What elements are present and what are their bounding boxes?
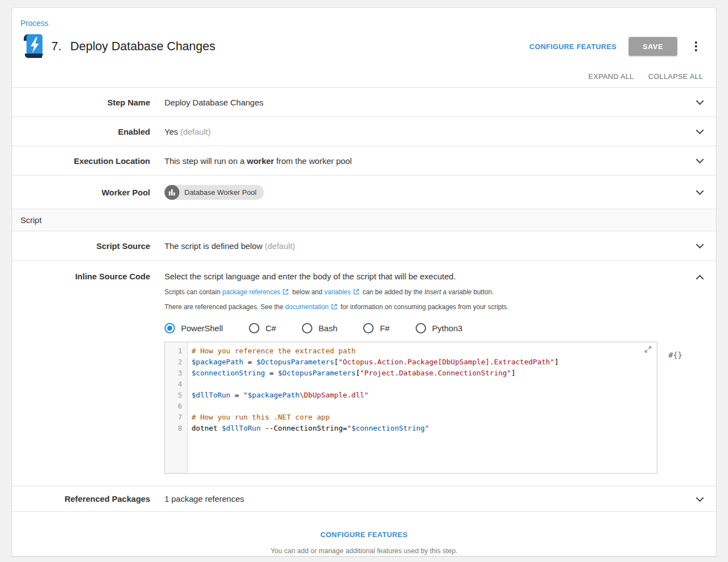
step-number: 7. [51,39,61,54]
field-label: Step Name [12,98,164,107]
code-line: $packagePath = $OctopusParameters["Octop… [192,357,657,368]
editor-block: 12345678 # How you reference the extract… [164,342,684,474]
code-line: # How you run this .NET core app [192,412,657,423]
row-referenced-packages[interactable]: Referenced Packages 1 package references [12,486,716,511]
fullscreen-icon[interactable] [644,346,652,353]
default-hint: (default) [265,241,295,251]
language-radio-bash[interactable]: Bash [302,323,337,333]
configure-features-footer-link[interactable]: CONFIGURE FEATURES [12,531,716,539]
line-number: 6 [165,401,182,412]
code-line: $dllToRun = "$packagePath\DbUpSample.dll… [192,390,657,401]
note-line: Scripts can contain package references b… [164,288,684,296]
chevron-down-icon[interactable] [696,97,704,105]
field-label: Execution Location [12,156,164,166]
line-number: 8 [165,423,182,434]
overflow-menu-icon[interactable] [689,40,703,53]
external-link-icon [353,289,359,295]
radio-label: C# [265,324,276,333]
code-line: $connectionString = $OctopusParameters["… [192,368,657,379]
page-title: Deploy Database Changes [70,39,215,54]
note-line: There are referenced packages. See the d… [164,303,684,311]
section-header-script: Script [12,209,716,231]
row-inline-source-code: Inline Source Code Select the script lan… [12,260,716,486]
chevron-down-icon[interactable] [696,241,704,248]
code-line: dotnet $dllToRun --ConnectionString="$co… [192,423,657,434]
worker-pool-chip: Database Worker Pool [164,185,264,200]
row-step-name[interactable]: Step Name Deploy Database Changes [12,87,716,116]
radio-unselected-icon[interactable] [416,323,426,333]
code-line [192,379,657,390]
chevron-down-icon[interactable] [696,126,704,134]
inline-source-intro: Select the script language and enter the… [164,272,684,281]
collapse-all-button[interactable]: COLLAPSE ALL [649,72,703,81]
line-number: 4 [165,379,182,390]
field-label: Enabled [12,127,164,136]
title-row: 7. Deploy Database Changes CONFIGURE FEA… [20,33,703,60]
field-label: Inline Source Code [12,272,164,281]
header-actions: CONFIGURE FEATURES SAVE [529,37,703,56]
language-radio-c[interactable]: C# [249,323,276,333]
line-number: 5 [165,390,182,401]
code-editor[interactable]: 12345678 # How you reference the extract… [164,342,657,474]
editor-gutter: 12345678 [165,342,188,473]
chevron-up-icon[interactable] [696,275,704,283]
editor-code[interactable]: # How you reference the extracted path$p… [188,342,657,473]
field-value: This step will run on a worker from the … [164,156,684,166]
radio-label: F# [380,324,390,333]
line-number: 7 [165,412,182,423]
external-link-icon [283,289,289,295]
inline-link[interactable]: package references [222,288,280,296]
field-label: Referenced Packages [12,494,164,503]
language-radio-python3[interactable]: Python3 [416,323,463,333]
inline-link[interactable]: documentation [285,303,329,311]
worker-pool-chip-label: Database Worker Pool [184,188,257,197]
field-label: Script Source [12,241,164,251]
radio-label: Python3 [432,324,463,333]
field-value: The script is defined below (default) [164,241,684,251]
row-enabled[interactable]: Enabled Yes (default) [12,116,716,146]
script-step-icon [23,34,46,59]
chevron-down-icon[interactable] [696,494,704,501]
save-button[interactable]: SAVE [629,37,677,56]
code-line: # How you reference the extracted path [192,346,657,357]
inline-link[interactable]: variables [325,288,351,296]
radio-label: PowerShell [181,324,223,333]
line-number: 2 [165,357,182,368]
radio-unselected-icon[interactable] [249,323,259,333]
field-value: Yes (default) [164,127,684,136]
external-link-icon [331,304,337,310]
code-line [192,401,657,412]
field-value: Database Worker Pool [164,185,684,200]
field-value: Deploy Database Changes [164,98,684,107]
radio-unselected-icon[interactable] [302,323,312,333]
insert-variable-button[interactable]: #{} [668,351,682,363]
inline-source-content: Select the script language and enter the… [164,272,684,474]
language-radio-f[interactable]: F# [363,323,390,333]
line-number: 1 [165,346,182,357]
language-radios: PowerShellC#BashF#Python3 [164,323,684,333]
field-value: 1 package references [164,494,684,503]
default-hint: (default) [180,127,211,136]
row-worker-pool[interactable]: Worker Pool Database Worker Pool [12,175,716,209]
step-editor-card: Process 7. Deploy Database Changes CONFI… [12,7,716,556]
line-number: 3 [165,368,182,379]
field-label: Worker Pool [12,188,164,197]
language-radio-powershell[interactable]: PowerShell [164,323,223,333]
row-execution-location[interactable]: Execution Location This step will run on… [12,146,716,175]
card-header: Process 7. Deploy Database Changes CONFI… [12,8,716,60]
radio-label: Bash [318,324,337,333]
radio-unselected-icon[interactable] [363,323,374,333]
chevron-down-icon[interactable] [696,187,704,195]
expand-all-button[interactable]: EXPAND ALL [588,72,634,81]
configure-features-link[interactable]: CONFIGURE FEATURES [529,43,617,51]
footer-section: CONFIGURE FEATURES You can add or manage… [12,511,716,555]
worker-pool-icon [164,185,179,200]
chevron-down-icon[interactable] [696,156,704,163]
breadcrumb[interactable]: Process [20,19,703,28]
row-script-source[interactable]: Script Source The script is defined belo… [12,231,716,260]
footer-hint: You can add or manage additional feature… [12,547,716,555]
radio-selected-icon[interactable] [164,323,175,333]
expand-collapse-bar: EXPAND ALL COLLAPSE ALL [12,60,716,87]
inline-source-notes: Scripts can contain package references b… [164,288,684,311]
